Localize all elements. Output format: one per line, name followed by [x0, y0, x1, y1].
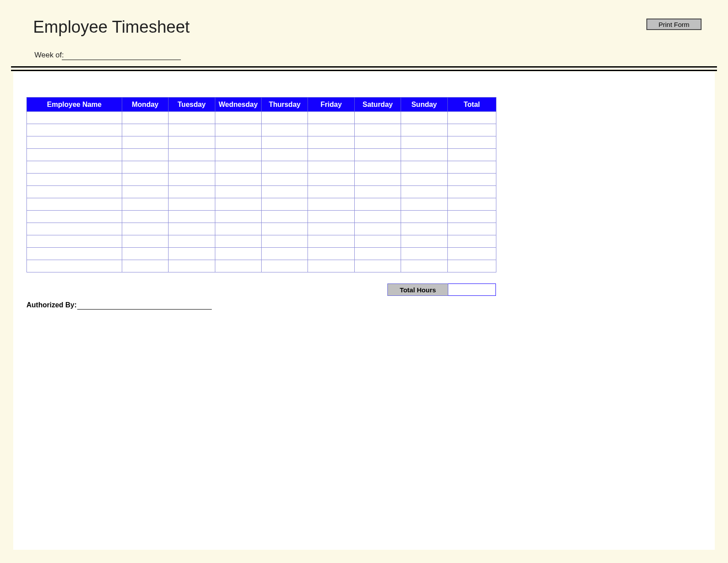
table-cell[interactable] — [447, 235, 496, 248]
table-cell[interactable] — [401, 149, 447, 161]
table-cell[interactable] — [122, 161, 168, 174]
table-cell[interactable] — [261, 198, 308, 211]
table-cell[interactable] — [27, 198, 122, 211]
table-cell[interactable] — [27, 211, 122, 223]
table-cell[interactable] — [447, 186, 496, 198]
table-cell[interactable] — [261, 186, 308, 198]
table-cell[interactable] — [122, 186, 168, 198]
table-cell[interactable] — [27, 235, 122, 248]
table-cell[interactable] — [401, 174, 447, 186]
table-cell[interactable] — [354, 211, 401, 223]
table-cell[interactable] — [215, 198, 261, 211]
table-cell[interactable] — [401, 211, 447, 223]
table-cell[interactable] — [354, 174, 401, 186]
table-cell[interactable] — [447, 161, 496, 174]
table-cell[interactable] — [447, 198, 496, 211]
table-cell[interactable] — [122, 174, 168, 186]
table-cell[interactable] — [122, 235, 168, 248]
table-cell[interactable] — [169, 149, 215, 161]
table-cell[interactable] — [27, 174, 122, 186]
table-cell[interactable] — [122, 248, 168, 260]
table-cell[interactable] — [354, 161, 401, 174]
authorized-by-input-line[interactable] — [77, 309, 212, 310]
table-cell[interactable] — [169, 136, 215, 149]
table-cell[interactable] — [261, 149, 308, 161]
table-cell[interactable] — [401, 260, 447, 272]
table-cell[interactable] — [308, 186, 354, 198]
table-cell[interactable] — [122, 211, 168, 223]
table-cell[interactable] — [308, 223, 354, 235]
table-cell[interactable] — [308, 161, 354, 174]
table-cell[interactable] — [169, 174, 215, 186]
table-cell[interactable] — [169, 211, 215, 223]
table-cell[interactable] — [308, 149, 354, 161]
table-cell[interactable] — [169, 198, 215, 211]
table-cell[interactable] — [308, 136, 354, 149]
table-cell[interactable] — [354, 136, 401, 149]
table-cell[interactable] — [401, 198, 447, 211]
table-cell[interactable] — [447, 124, 496, 136]
table-cell[interactable] — [169, 235, 215, 248]
table-cell[interactable] — [169, 223, 215, 235]
table-cell[interactable] — [215, 211, 261, 223]
table-cell[interactable] — [169, 161, 215, 174]
table-cell[interactable] — [447, 260, 496, 272]
table-cell[interactable] — [122, 260, 168, 272]
table-cell[interactable] — [401, 112, 447, 124]
table-cell[interactable] — [215, 174, 261, 186]
table-cell[interactable] — [308, 248, 354, 260]
week-of-input-line[interactable] — [62, 60, 181, 60]
table-cell[interactable] — [401, 136, 447, 149]
table-cell[interactable] — [27, 149, 122, 161]
table-cell[interactable] — [261, 112, 308, 124]
table-cell[interactable] — [308, 211, 354, 223]
table-cell[interactable] — [308, 112, 354, 124]
table-cell[interactable] — [215, 260, 261, 272]
table-cell[interactable] — [308, 235, 354, 248]
table-cell[interactable] — [261, 136, 308, 149]
print-form-button[interactable]: Print Form — [646, 19, 702, 30]
table-cell[interactable] — [354, 186, 401, 198]
table-cell[interactable] — [354, 260, 401, 272]
table-cell[interactable] — [354, 248, 401, 260]
table-cell[interactable] — [401, 223, 447, 235]
table-cell[interactable] — [354, 198, 401, 211]
table-cell[interactable] — [169, 186, 215, 198]
table-cell[interactable] — [447, 248, 496, 260]
table-cell[interactable] — [215, 136, 261, 149]
table-cell[interactable] — [447, 174, 496, 186]
table-cell[interactable] — [215, 112, 261, 124]
table-cell[interactable] — [401, 186, 447, 198]
table-cell[interactable] — [401, 248, 447, 260]
table-cell[interactable] — [215, 235, 261, 248]
table-cell[interactable] — [169, 124, 215, 136]
table-cell[interactable] — [215, 248, 261, 260]
table-cell[interactable] — [354, 223, 401, 235]
table-cell[interactable] — [261, 174, 308, 186]
table-cell[interactable] — [27, 112, 122, 124]
table-cell[interactable] — [27, 124, 122, 136]
table-cell[interactable] — [215, 149, 261, 161]
table-cell[interactable] — [354, 235, 401, 248]
table-cell[interactable] — [447, 211, 496, 223]
table-cell[interactable] — [215, 223, 261, 235]
table-cell[interactable] — [401, 161, 447, 174]
table-cell[interactable] — [122, 198, 168, 211]
table-cell[interactable] — [261, 235, 308, 248]
table-cell[interactable] — [447, 112, 496, 124]
table-cell[interactable] — [169, 248, 215, 260]
table-cell[interactable] — [122, 112, 168, 124]
table-cell[interactable] — [27, 161, 122, 174]
table-cell[interactable] — [261, 260, 308, 272]
table-cell[interactable] — [354, 149, 401, 161]
table-cell[interactable] — [308, 198, 354, 211]
table-cell[interactable] — [122, 223, 168, 235]
table-cell[interactable] — [27, 260, 122, 272]
table-cell[interactable] — [447, 149, 496, 161]
table-cell[interactable] — [401, 235, 447, 248]
table-cell[interactable] — [447, 223, 496, 235]
table-cell[interactable] — [447, 136, 496, 149]
table-cell[interactable] — [261, 211, 308, 223]
table-cell[interactable] — [354, 124, 401, 136]
table-cell[interactable] — [261, 124, 308, 136]
